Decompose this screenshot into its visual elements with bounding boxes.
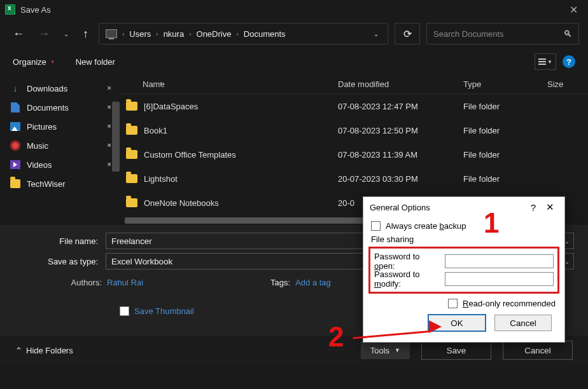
file-row[interactable]: Lightshot 20-07-2023 03:30 PM File folde… bbox=[122, 167, 588, 191]
sidebar-item-videos[interactable]: Videos ✦ bbox=[3, 155, 120, 174]
sidebar-item-label: TechWiser bbox=[27, 179, 66, 189]
sidebar-item-pictures[interactable]: Pictures ✦ bbox=[3, 117, 120, 136]
forward-button[interactable]: → bbox=[34, 25, 53, 43]
search-icon: 🔍︎ bbox=[563, 29, 572, 39]
organize-label: Organize bbox=[13, 57, 46, 67]
close-icon[interactable]: ✕ bbox=[564, 4, 583, 16]
help-button[interactable]: ? bbox=[563, 55, 575, 68]
pc-icon[interactable] bbox=[103, 29, 120, 38]
modal-title-bar: General Options ? ✕ bbox=[363, 197, 564, 217]
breadcrumb-documents[interactable]: Documents bbox=[241, 29, 288, 39]
folder-icon bbox=[126, 102, 137, 111]
caret-down-icon: ▼ bbox=[547, 59, 552, 65]
title-bar: Save As ✕ bbox=[0, 0, 588, 19]
file-row[interactable]: [6]DataSpaces 07-08-2023 12:47 PM File f… bbox=[122, 94, 588, 118]
window-title: Save As bbox=[20, 5, 564, 15]
address-bar[interactable]: › Users › nkura › OneDrive › Documents ⌄ bbox=[99, 23, 388, 44]
authors-label: Authors: bbox=[14, 278, 102, 287]
file-name-label: File name: bbox=[14, 236, 102, 246]
file-type: File folder bbox=[463, 126, 547, 135]
file-name: OneNote Notebooks bbox=[144, 198, 219, 208]
tags-value[interactable]: Add a tag bbox=[295, 278, 331, 287]
up-button[interactable]: ↑ bbox=[79, 25, 92, 43]
modal-cancel-button[interactable]: Cancel bbox=[494, 315, 552, 331]
password-open-input[interactable] bbox=[445, 254, 554, 268]
save-thumbnail-label[interactable]: Save Thumbnail bbox=[134, 306, 194, 316]
file-row[interactable]: Custom Office Templates 07-08-2023 11:39… bbox=[122, 142, 588, 167]
new-folder-label: New folder bbox=[76, 57, 115, 67]
column-name[interactable]: Name ⌃ bbox=[122, 79, 338, 89]
folder-icon bbox=[126, 150, 137, 159]
file-type: File folder bbox=[463, 150, 547, 160]
cancel-button[interactable]: Cancel bbox=[503, 341, 573, 360]
authors-value[interactable]: Rahul Rai bbox=[107, 278, 143, 287]
sidebar-item-techwiser[interactable]: TechWiser bbox=[3, 174, 120, 193]
sort-caret-icon: ⌃ bbox=[158, 81, 164, 88]
sidebar-item-label: Music bbox=[27, 141, 48, 151]
back-button[interactable]: ← bbox=[9, 25, 28, 43]
pin-icon: ✦ bbox=[104, 83, 115, 94]
caret-down-icon: ▼ bbox=[395, 347, 400, 353]
sidebar-item-downloads[interactable]: ↓ Downloads ✦ bbox=[3, 79, 120, 98]
breadcrumb-onedrive[interactable]: OneDrive bbox=[194, 29, 234, 39]
sidebar-item-label: Videos bbox=[27, 160, 52, 170]
save-type-label: Save as type: bbox=[14, 257, 102, 266]
column-size[interactable]: Size bbox=[547, 79, 588, 89]
annotation-1: 1 bbox=[484, 207, 499, 239]
chevron-right-icon: › bbox=[120, 31, 127, 38]
organize-menu[interactable]: Organize ▼ bbox=[13, 57, 55, 67]
file-row[interactable]: Book1 07-08-2023 12:50 PM File folder bbox=[122, 118, 588, 142]
file-date: 07-08-2023 12:47 PM bbox=[338, 102, 463, 111]
modal-help-button[interactable]: ? bbox=[524, 202, 542, 213]
file-list-header: Name ⌃ Date modified Type Size bbox=[122, 75, 588, 94]
file-date: 07-08-2023 12:50 PM bbox=[338, 126, 463, 135]
file-name: [6]DataSpaces bbox=[144, 102, 198, 111]
password-modify-input[interactable] bbox=[445, 272, 554, 286]
document-icon bbox=[10, 102, 20, 113]
breadcrumb-nkura[interactable]: nkura bbox=[161, 29, 187, 39]
readonly-label: Read-only recommended bbox=[463, 299, 556, 308]
address-dropdown[interactable]: ⌄ bbox=[368, 31, 384, 38]
annotation-arrow bbox=[353, 315, 442, 341]
refresh-button[interactable]: ⟳ bbox=[395, 23, 420, 44]
toolbar: Organize ▼ New folder ▼ ? bbox=[0, 48, 588, 75]
file-name: Lightshot bbox=[144, 174, 178, 184]
list-icon bbox=[538, 58, 546, 65]
always-backup-label: Always create backup bbox=[386, 221, 466, 231]
caret-down-icon: ▼ bbox=[50, 59, 55, 65]
column-date[interactable]: Date modified bbox=[338, 79, 463, 89]
file-name: Custom Office Templates bbox=[144, 150, 236, 160]
readonly-checkbox[interactable] bbox=[448, 299, 458, 308]
new-folder-button[interactable]: New folder bbox=[76, 57, 115, 67]
breadcrumb-users[interactable]: Users bbox=[127, 29, 153, 39]
chevron-right-icon: › bbox=[153, 31, 160, 38]
search-input[interactable]: Search Documents 🔍︎ bbox=[426, 23, 579, 44]
sidebar-item-label: Downloads bbox=[27, 84, 67, 93]
file-date: 07-08-2023 11:39 AM bbox=[338, 150, 463, 160]
save-button[interactable]: Save bbox=[421, 341, 491, 360]
file-sharing-label: File sharing bbox=[371, 235, 557, 247]
history-dropdown[interactable]: ⌄ bbox=[60, 28, 73, 40]
hide-folders-toggle[interactable]: ⌃ Hide Folders bbox=[15, 346, 73, 355]
tools-menu[interactable]: Tools ▼ bbox=[361, 341, 410, 359]
always-backup-checkbox[interactable] bbox=[371, 221, 381, 231]
password-open-label: Password to open: bbox=[374, 252, 441, 271]
arrow-head-icon bbox=[429, 320, 442, 333]
annotation-2: 2 bbox=[328, 321, 344, 353]
column-type[interactable]: Type bbox=[463, 79, 547, 89]
folder-icon bbox=[126, 174, 137, 183]
modal-close-button[interactable]: ✕ bbox=[542, 201, 558, 213]
sidebar: ↓ Downloads ✦ Documents ✦ Pictures ✦ Mus… bbox=[0, 75, 122, 224]
file-type: File folder bbox=[463, 174, 547, 184]
chevron-right-icon: › bbox=[234, 31, 241, 38]
sidebar-scrollbar[interactable] bbox=[112, 102, 120, 172]
password-section: Password to open: Password to modify: bbox=[368, 247, 559, 294]
save-thumbnail-checkbox[interactable] bbox=[120, 306, 129, 316]
excel-icon bbox=[5, 4, 15, 15]
sidebar-item-music[interactable]: Music ✦ bbox=[3, 136, 120, 155]
sidebar-item-documents[interactable]: Documents ✦ bbox=[3, 98, 120, 117]
nav-row: ← → ⌄ ↑ › Users › nkura › OneDrive › Doc… bbox=[0, 19, 588, 48]
view-options-button[interactable]: ▼ bbox=[535, 53, 556, 70]
sidebar-item-label: Documents bbox=[27, 103, 69, 113]
download-icon: ↓ bbox=[10, 83, 20, 93]
